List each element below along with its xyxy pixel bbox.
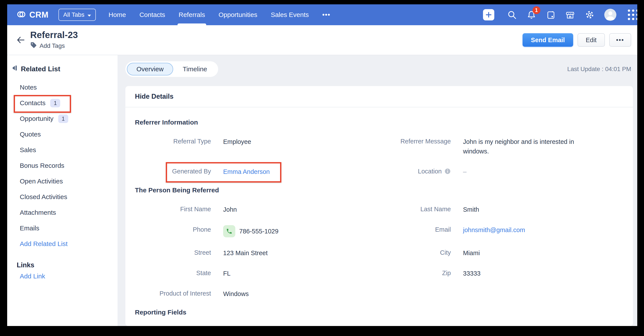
details-card: Hide Details Referrer InformationReferra… (125, 86, 633, 326)
brand[interactable]: CRM (17, 10, 48, 20)
tab-overview[interactable]: Overview (127, 63, 173, 76)
sidebar-list: NotesContacts1Opportunity1QuotesSalesBon… (12, 80, 118, 236)
notifications-bell-icon[interactable]: 1 (526, 10, 536, 20)
field-value-first-name: John (223, 205, 237, 214)
field-row-email: Emailjohnsmith@gmail.com (384, 225, 623, 237)
related-list-title: Related List (21, 65, 60, 73)
field-value-zip: 33333 (463, 269, 480, 278)
field-label-text: Referrer Message (400, 137, 451, 146)
header-actions: Send Email Edit ••• (522, 33, 631, 47)
calendar-icon[interactable] (546, 10, 556, 20)
field-value-state: FL (223, 269, 230, 278)
nav-item-sales-events[interactable]: Sales Events (264, 4, 316, 25)
send-email-button[interactable]: Send Email (522, 33, 573, 47)
field-label-generated-by: Generated By (135, 167, 211, 176)
info-icon[interactable] (444, 168, 451, 174)
add-link-link[interactable]: Add Link (20, 272, 118, 280)
brand-name: CRM (29, 10, 48, 20)
field-value-text: 786-555-1029 (239, 226, 278, 236)
tab-timeline[interactable]: Timeline (173, 63, 216, 76)
marketplace-store-icon[interactable] (565, 10, 575, 20)
field-grid-the-person-being-referred: First NameJohnLast NameSmithPhone786-555… (135, 194, 623, 298)
field-label-referral-type: Referral Type (135, 137, 211, 146)
field-label-phone: Phone (135, 225, 211, 234)
zoho-logo-icon (17, 10, 26, 20)
field-value-email[interactable]: johnsmith@gmail.com (463, 225, 525, 235)
last-update-text: Last Update : 04:01 PM (567, 66, 633, 72)
title-block: Referral-23 Add Tags (30, 30, 78, 50)
field-label-state: State (135, 269, 211, 277)
nav-item-referrals[interactable]: Referrals (172, 4, 212, 25)
back-button[interactable] (15, 34, 26, 46)
field-label-text: Product of Interest (160, 289, 211, 298)
section-title-the-person-being-referred: The Person Being Referred (135, 186, 623, 194)
field-label-text: Location (418, 167, 442, 176)
tag-icon (30, 42, 37, 50)
top-navbar: CRM All Tabs HomeContactsReferralsOpport… (7, 4, 637, 25)
search-icon[interactable] (507, 10, 517, 20)
field-row-zip: Zip33333 (384, 269, 623, 278)
sidebar-item-label: Bonus Records (20, 162, 64, 169)
record-header: Referral-23 Add Tags Send Email Edit ••• (7, 25, 637, 55)
sidebar-item-label: Closed Activities (20, 193, 67, 200)
all-tabs-dropdown[interactable]: All Tabs (58, 9, 96, 21)
edit-button[interactable]: Edit (578, 33, 605, 47)
field-label-text: Referral Type (173, 137, 211, 146)
sidebar-item-closed-activities[interactable]: Closed Activities (20, 189, 118, 205)
field-label-location: Location (384, 167, 451, 176)
field-value-phone: 786-555-1029 (223, 225, 278, 237)
field-label-last-name: Last Name (384, 205, 451, 214)
field-value-last-name: Smith (463, 205, 479, 214)
sidebar-item-label: Notes (20, 84, 37, 91)
add-tags-button[interactable]: Add Tags (30, 42, 78, 50)
collapse-panel-icon[interactable] (12, 65, 18, 73)
sidebar-item-opportunity[interactable]: Opportunity1 (20, 111, 118, 126)
field-row-generated-by: Generated ByEmma Anderson (135, 167, 375, 176)
related-list-sidebar: Related List NotesContacts1Opportunity1Q… (7, 55, 118, 326)
more-actions-button[interactable]: ••• (609, 33, 631, 47)
field-value-referrer-message: John is my neighbor and is interested in… (463, 137, 585, 156)
sidebar-item-quotes[interactable]: Quotes (20, 126, 118, 142)
quick-create-plus-button[interactable] (483, 9, 494, 20)
hide-details-toggle[interactable]: Hide Details (125, 86, 633, 107)
field-row-empty (384, 289, 623, 298)
field-value-text: John is my neighbor and is interested in… (463, 137, 585, 156)
sidebar-item-attachments[interactable]: Attachments (20, 205, 118, 220)
field-row-phone: Phone786-555-1029 (135, 225, 375, 237)
add-related-list-link[interactable]: Add Related List (12, 236, 118, 252)
field-value-generated-by[interactable]: Emma Anderson (223, 167, 270, 176)
nav-item-contacts[interactable]: Contacts (133, 4, 172, 25)
field-value-product-of-interest: Windows (223, 289, 249, 298)
sidebar-item-label: Contacts (20, 99, 46, 107)
field-value-city: Miami (463, 248, 480, 258)
field-label-text: First Name (180, 205, 211, 214)
sidebar-item-contacts[interactable]: Contacts1 (20, 95, 118, 111)
sidebar-item-open-activities[interactable]: Open Activities (20, 174, 118, 189)
sidebar-item-bonus-records[interactable]: Bonus Records (20, 158, 118, 174)
field-label-text: Zip (442, 269, 451, 277)
sidebar-item-sales[interactable]: Sales (20, 142, 118, 158)
field-label-zip: Zip (384, 269, 451, 277)
field-row-product-of-interest: Product of InterestWindows (135, 289, 375, 298)
phone-icon[interactable] (223, 225, 235, 237)
field-value-text: Emma Anderson (223, 167, 270, 176)
sidebar-item-notes[interactable]: Notes (20, 80, 118, 95)
nav-item-more[interactable]: ••• (316, 4, 337, 25)
sidebar-item-emails[interactable]: Emails (20, 220, 118, 236)
card-sections: Referrer InformationReferral TypeEmploye… (125, 107, 633, 326)
field-value-text: Miami (463, 248, 480, 258)
user-avatar[interactable] (604, 9, 616, 21)
app-launcher-grid-icon[interactable] (626, 8, 637, 22)
field-row-state: StateFL (135, 269, 375, 278)
field-value-text: John (223, 205, 237, 214)
page-title: Referral-23 (30, 30, 78, 40)
related-list-header: Related List (12, 65, 118, 73)
sidebar-item-label: Attachments (20, 209, 56, 216)
field-label-email: Email (384, 225, 451, 234)
nav-item-home[interactable]: Home (102, 4, 133, 25)
nav-item-opportunities[interactable]: Opportunities (212, 4, 264, 25)
field-value-text: FL (223, 269, 230, 278)
settings-gear-icon[interactable] (585, 10, 595, 20)
chevron-down-icon (88, 11, 91, 18)
section-title-reporting-fields: Reporting Fields (135, 308, 623, 316)
